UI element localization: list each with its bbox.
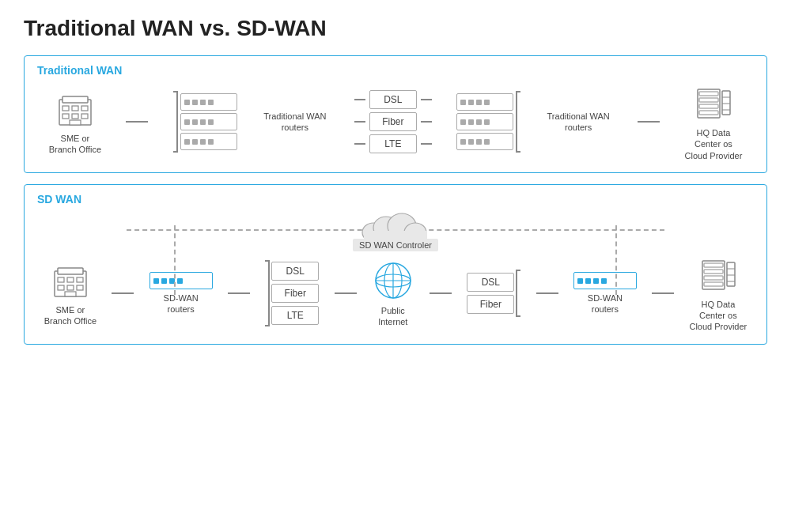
svg-rect-3: [72, 106, 78, 111]
sdwan-line6: [652, 292, 674, 294]
sdwan-section: SD WAN SD WAN Controler: [24, 184, 767, 345]
svg-rect-7: [81, 114, 88, 119]
sdwan-left-link-stack: DSL Fiber LTE: [271, 262, 319, 325]
svg-rect-25: [58, 277, 64, 282]
router-box-r2: [456, 113, 513, 130]
sdwan-label: SD WAN: [37, 193, 754, 206]
sdwan-building-icon: [50, 260, 91, 301]
datacenter-icon: [693, 83, 734, 124]
controller-row: SD WAN Controler: [37, 212, 754, 247]
sdwan-router-right-node: SD-WANrouters: [573, 272, 637, 315]
traditional-wan-label: Traditional WAN: [37, 64, 754, 77]
left-router-group: [173, 91, 237, 153]
sdwan-main-row: SME orBranch Office SD-WANrouters: [37, 255, 754, 333]
sdwan-branch-node: SME orBranch Office: [44, 260, 97, 327]
public-internet-node: PublicInternet: [372, 259, 414, 328]
page-title: Traditional WAN vs. SD-WAN: [24, 16, 767, 41]
svg-rect-12: [699, 104, 718, 108]
sdwan-datacenter-icon: [698, 255, 739, 296]
svg-rect-30: [77, 285, 83, 290]
public-internet-label: PublicInternet: [378, 305, 407, 328]
sdwan-right-links-group: DSL Fiber: [467, 270, 520, 317]
svg-rect-6: [72, 114, 78, 119]
dsl-box: DSL: [369, 90, 417, 109]
right-router-stack: [456, 93, 513, 150]
svg-rect-10: [699, 92, 718, 96]
svg-rect-13: [699, 111, 718, 115]
sdwan-fiber-left: Fiber: [271, 284, 319, 303]
svg-rect-42: [727, 262, 735, 286]
router-box-r1: [456, 93, 513, 111]
traditional-wan-diagram: SME orBranch Office: [37, 83, 754, 161]
router-box-2: [180, 113, 237, 130]
controller-label: SD WAN Controler: [353, 239, 438, 251]
router-box-3: [180, 133, 237, 150]
sdwan-router-left-label: SD-WANrouters: [164, 292, 199, 315]
svg-rect-26: [67, 277, 74, 282]
svg-rect-27: [77, 277, 83, 282]
sdwan-diagram: SD WAN Controler: [37, 212, 754, 333]
sdwan-line1: [112, 292, 134, 294]
line2: [638, 121, 660, 123]
right-router-group: [456, 91, 520, 153]
sdwan-right-link-stack: DSL Fiber: [467, 273, 514, 314]
svg-rect-40: [704, 276, 723, 280]
line1: [126, 121, 148, 123]
lte-box: LTE: [369, 134, 417, 153]
svg-rect-4: [81, 106, 88, 111]
svg-rect-1: [62, 96, 88, 103]
sdwan-line5: [536, 292, 558, 294]
dc-node: HQ DataCenter osCloud Provider: [685, 83, 743, 161]
svg-rect-28: [58, 285, 64, 290]
svg-rect-14: [722, 91, 730, 115]
link-types-group: DSL Fiber LTE: [353, 90, 433, 153]
right-routers-label: Traditional WANrouters: [547, 111, 610, 134]
sdwan-router-left: [149, 272, 213, 289]
left-router-stack: [180, 93, 237, 150]
sdwan-line2: [228, 292, 250, 294]
sdwan-line4: [430, 292, 452, 294]
router-box-r3: [456, 133, 513, 150]
building-icon: [55, 89, 96, 130]
sdwan-dsl-right: DSL: [467, 273, 514, 292]
left-routers-label: Traditional WANrouters: [263, 111, 326, 134]
sdwan-dc-node: HQ DataCenter osCloud Provider: [689, 255, 747, 333]
svg-rect-39: [704, 270, 723, 274]
sdwan-dsl-left: DSL: [271, 262, 319, 281]
sdwan-branch-label: SME orBranch Office: [44, 304, 97, 327]
sdwan-dc-label: HQ DataCenter osCloud Provider: [689, 299, 747, 333]
svg-rect-41: [704, 282, 723, 286]
svg-rect-24: [58, 268, 83, 274]
dc-label: HQ DataCenter osCloud Provider: [685, 127, 743, 161]
svg-rect-38: [704, 263, 723, 267]
traditional-wan-section: Traditional WAN SME orBranch Office: [24, 55, 767, 173]
svg-rect-5: [62, 114, 69, 119]
branch-label: SME orBranch Office: [49, 133, 101, 156]
router-box-1: [180, 93, 237, 111]
svg-rect-31: [65, 292, 76, 296]
sdwan-lte-left: LTE: [271, 306, 319, 325]
fiber-box: Fiber: [369, 112, 417, 131]
sdwan-router-right-label: SD-WANrouters: [588, 292, 623, 315]
sdwan-line3: [335, 292, 357, 294]
branch-office-node: SME orBranch Office: [49, 89, 101, 156]
sdwan-router-left-node: SD-WANrouters: [149, 272, 213, 315]
sdwan-left-links-group: DSL Fiber LTE: [265, 260, 319, 326]
svg-rect-11: [699, 98, 718, 102]
globe-icon: [372, 259, 414, 302]
sdwan-router-right: [573, 272, 637, 289]
svg-rect-2: [62, 106, 69, 111]
svg-rect-8: [70, 120, 81, 125]
svg-rect-29: [67, 285, 74, 290]
sdwan-fiber-right: Fiber: [467, 295, 514, 314]
